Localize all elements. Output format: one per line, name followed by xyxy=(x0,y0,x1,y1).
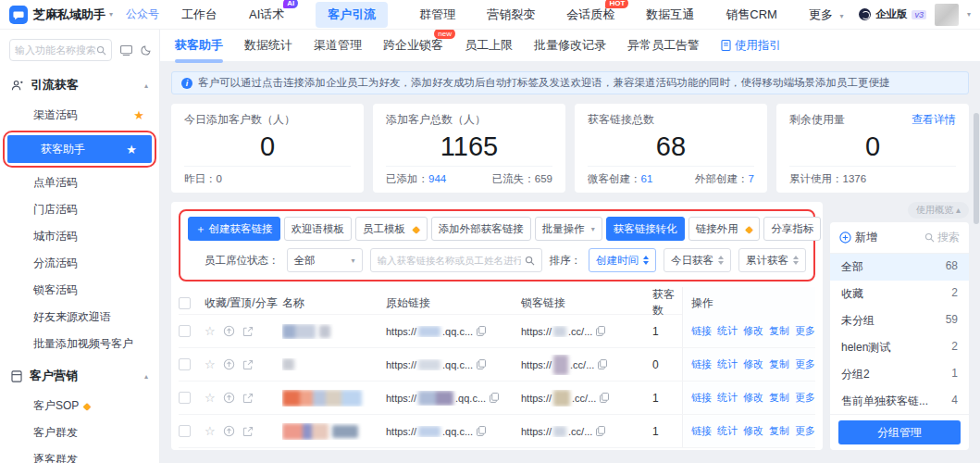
usage-guide-link[interactable]: 使用指引 xyxy=(721,38,781,54)
action-copy[interactable]: 复制 xyxy=(769,324,789,338)
action-link[interactable]: 链接 xyxy=(691,324,712,338)
action-copy[interactable]: 复制 xyxy=(769,424,789,438)
avatar[interactable] xyxy=(935,4,959,26)
nav-ai-script[interactable]: AI话术AI xyxy=(249,6,284,23)
select-all-checkbox[interactable] xyxy=(179,297,191,309)
vertical-scrollbar-thumb[interactable] xyxy=(974,113,979,224)
nav-marketing-fission[interactable]: 营销裂变 xyxy=(487,6,535,23)
seat-status-select[interactable]: 全部▾ xyxy=(287,248,363,272)
chevron-down-icon[interactable]: ▾ xyxy=(109,10,113,19)
action-stats[interactable]: 统计 xyxy=(717,357,738,371)
group-item-group2[interactable]: 分组21 xyxy=(830,361,969,388)
pin-icon[interactable] xyxy=(223,425,235,437)
sort-by-total-acquired[interactable]: 累计获客 xyxy=(738,248,806,272)
star-icon[interactable]: ★ xyxy=(126,143,137,156)
action-edit[interactable]: 修改 xyxy=(743,324,763,338)
group-item-ungrouped[interactable]: 未分组59 xyxy=(830,307,969,334)
brand[interactable]: 芝麻私域助手 ▾ 公众号 xyxy=(9,6,159,24)
pin-icon[interactable] xyxy=(223,392,235,404)
sidebar-item-batch-video-customers[interactable]: 批量添加视频号客户 xyxy=(0,331,159,357)
share-icon[interactable] xyxy=(242,359,254,370)
dark-mode-moon-icon[interactable] xyxy=(141,44,152,56)
nav-workbench[interactable]: 工作台 xyxy=(181,6,217,23)
sidebar-search-box[interactable] xyxy=(9,39,112,61)
nav-data-interchange[interactable]: 数据互通 xyxy=(646,6,694,23)
copy-icon[interactable] xyxy=(598,359,607,369)
sidebar-section-marketing[interactable]: 客户营销 ▴ xyxy=(0,357,159,393)
star-icon[interactable]: ☆ xyxy=(205,424,216,438)
welcome-template-button[interactable]: 欢迎语模板 xyxy=(284,217,353,241)
copy-icon[interactable] xyxy=(477,359,486,369)
link-external-use-button[interactable]: 链接外用◆ xyxy=(688,217,761,241)
chevron-down-icon[interactable]: ▾ xyxy=(967,10,971,19)
share-icon[interactable] xyxy=(242,426,254,437)
star-icon[interactable]: ☆ xyxy=(205,391,216,405)
share-icon[interactable] xyxy=(242,326,254,337)
action-more[interactable]: 更多 xyxy=(795,357,815,371)
group-item-all[interactable]: 全部68 xyxy=(830,254,969,281)
sidebar-section-traffic[interactable]: 引流获客 ▴ xyxy=(0,67,159,102)
row-checkbox[interactable] xyxy=(179,425,191,437)
table-search-input[interactable] xyxy=(378,255,521,266)
action-more[interactable]: 更多 xyxy=(795,391,815,405)
pin-icon[interactable] xyxy=(223,325,235,337)
nav-more[interactable]: 更多 ▾ xyxy=(809,6,844,23)
copy-icon[interactable] xyxy=(596,326,605,336)
tab-cross-enterprise-lock[interactable]: 跨企业锁客new xyxy=(383,37,443,54)
nav-chat-inspection[interactable]: 会话质检HOT xyxy=(566,6,614,23)
sidebar-item-city-code[interactable]: 城市活码 xyxy=(0,223,159,250)
sidebar-item-lock-code[interactable]: 锁客活码 xyxy=(0,277,159,304)
action-copy[interactable]: 复制 xyxy=(769,357,789,371)
action-stats[interactable]: 统计 xyxy=(717,424,738,438)
action-edit[interactable]: 修改 xyxy=(743,391,763,405)
group-item-helen-test[interactable]: helen测试2 xyxy=(830,334,969,361)
add-group-button[interactable]: 新增 xyxy=(839,230,877,245)
staff-template-button[interactable]: 员工模板◆ xyxy=(355,217,428,241)
copy-icon[interactable] xyxy=(477,426,486,436)
sidebar-search-input[interactable] xyxy=(15,44,96,56)
group-search-button[interactable]: 搜索 xyxy=(924,230,960,245)
copy-icon[interactable] xyxy=(477,326,486,336)
sidebar-item-customer-broadcast[interactable]: 客户群发 xyxy=(0,419,159,446)
action-more[interactable]: 更多 xyxy=(795,424,815,438)
action-stats[interactable]: 统计 xyxy=(717,324,738,338)
action-link[interactable]: 链接 xyxy=(691,424,712,438)
tab-acquisition-assistant[interactable]: 获客助手 xyxy=(175,37,223,54)
sidebar-item-customer-sop[interactable]: 客户SOP ◆ xyxy=(0,393,159,419)
add-external-link-button[interactable]: 添加外部获客链接 xyxy=(431,217,531,241)
action-more[interactable]: 更多 xyxy=(795,324,815,338)
action-edit[interactable]: 修改 xyxy=(743,424,763,438)
nav-group-management[interactable]: 群管理 xyxy=(419,6,455,23)
batch-operation-button[interactable]: 批量操作▾ xyxy=(535,217,602,241)
sidebar-item-friend-welcome[interactable]: 好友来源欢迎语 xyxy=(0,304,159,331)
row-checkbox[interactable] xyxy=(179,392,191,404)
star-icon[interactable]: ☆ xyxy=(205,357,216,371)
action-stats[interactable]: 统计 xyxy=(717,391,738,405)
copy-icon[interactable] xyxy=(600,393,609,403)
nav-sales-crm[interactable]: 销售CRM xyxy=(726,6,777,23)
group-manage-button[interactable]: 分组管理 xyxy=(838,420,961,444)
copy-icon[interactable] xyxy=(490,393,499,403)
table-search-box[interactable] xyxy=(370,248,542,272)
tab-batch-modify-records[interactable]: 批量修改记录 xyxy=(534,37,606,54)
group-item-favorites[interactable]: 收藏2 xyxy=(830,281,969,307)
sidebar-item-acquisition-assistant[interactable]: 获客助手 ★ xyxy=(7,135,152,163)
share-icon[interactable] xyxy=(242,393,254,404)
group-item-presale-links[interactable]: 售前单独获客链...4 xyxy=(830,388,969,414)
sidebar-item-chase-broadcast[interactable]: 逐客群发 xyxy=(0,446,159,463)
create-link-button[interactable]: ＋创建获客链接 xyxy=(188,217,280,241)
sidebar-item-store-code[interactable]: 门店活码 xyxy=(0,196,159,223)
row-checkbox[interactable] xyxy=(179,358,191,370)
tab-channel-management[interactable]: 渠道管理 xyxy=(314,37,362,54)
star-icon[interactable]: ★ xyxy=(133,108,144,122)
tab-abnormal-staff-alert[interactable]: 异常员工告警 xyxy=(627,37,700,54)
tab-data-statistics[interactable]: 数据统计 xyxy=(244,37,292,54)
copy-icon[interactable] xyxy=(596,426,605,436)
action-edit[interactable]: 修改 xyxy=(743,357,763,371)
panel-toggle-icon[interactable] xyxy=(120,45,132,56)
usage-overview-collapse-pill[interactable]: 使用概览 ▴ xyxy=(908,202,969,219)
action-link[interactable]: 链接 xyxy=(691,357,712,371)
nav-customer-acquisition[interactable]: 客户引流 xyxy=(316,2,388,28)
sidebar-item-order-code[interactable]: 点单活码 xyxy=(0,169,159,196)
sidebar-item-channel-code[interactable]: 渠道活码 ★ xyxy=(0,102,159,129)
